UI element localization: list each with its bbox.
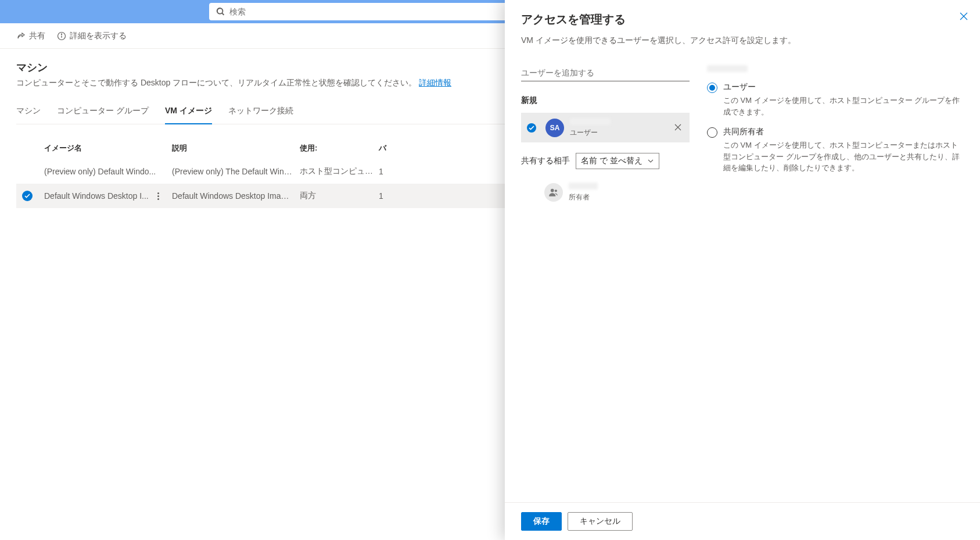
details-action[interactable]: 詳細を表示する <box>57 31 127 41</box>
chevron-down-icon <box>647 158 654 164</box>
row-name: (Preview only) Default Windo... <box>44 167 172 176</box>
row-desc: (Preview only) The Default Windows Desk.… <box>172 167 300 176</box>
owner-name-redacted <box>569 183 598 189</box>
panel-right: ユーザー この VM イメージを使用して、ホスト型コンピューター グループを作成… <box>707 65 964 220</box>
row-use: ホスト型コンピュータ... <box>300 166 379 177</box>
close-icon <box>959 12 968 21</box>
row-extra: 1 <box>379 167 402 176</box>
check-icon[interactable] <box>22 191 33 201</box>
radio-coowner-desc: この VM イメージを使用して、ホスト型コンピューターまたはホスト型コンピュータ… <box>723 140 964 174</box>
tab-groups[interactable]: コンピューター グループ <box>57 101 149 124</box>
col-desc-header[interactable]: 説明 <box>172 143 300 153</box>
tab-machine[interactable]: マシン <box>16 101 41 124</box>
radio-button[interactable] <box>707 127 717 138</box>
people-icon <box>548 187 559 198</box>
radio-coowner[interactable]: 共同所有者 この VM イメージを使用して、ホスト型コンピューターまたはホスト型… <box>707 127 964 174</box>
col-use-header[interactable]: 使用: <box>300 143 379 153</box>
avatar <box>544 183 563 202</box>
owner-item[interactable]: 所有者 <box>521 180 690 205</box>
radio-user[interactable]: ユーザー この VM イメージを使用して、ホスト型コンピューター グループを作成… <box>707 82 964 117</box>
new-section-label: 新規 <box>521 95 690 106</box>
search-icon <box>216 7 225 16</box>
page-desc-text: コンピューターとそこで動作する Desktop フローについて、リアルタイム正常… <box>16 78 417 87</box>
remove-user-button[interactable] <box>672 121 684 135</box>
row-use: 両方 <box>300 191 379 201</box>
panel-subtitle: VM イメージを使用できるユーザーを選択し、アクセス許可を設定します。 <box>521 35 964 46</box>
close-button[interactable] <box>959 12 968 23</box>
panel-body: 新規 SA ユーザー 共有する相手 名前 で 並べ替え <box>505 53 980 220</box>
radio-coowner-label: 共同所有者 <box>723 127 964 137</box>
close-icon <box>674 124 681 131</box>
share-row: 共有する相手 名前 で 並べ替え <box>521 153 690 169</box>
learn-more-link[interactable]: 詳細情報 <box>419 78 451 87</box>
tab-network[interactable]: ネットワーク接続 <box>228 101 293 124</box>
user-info: ユーザー <box>570 117 672 138</box>
user-name-redacted <box>570 118 611 125</box>
radio-user-label: ユーザー <box>723 82 964 92</box>
svg-point-7 <box>551 188 554 192</box>
share-icon <box>16 31 26 41</box>
user-info: 所有者 <box>569 182 690 202</box>
panel-title: アクセスを管理する <box>521 12 964 27</box>
col-extra-header[interactable]: バ <box>379 143 402 153</box>
svg-point-2 <box>61 34 62 34</box>
radio-button[interactable] <box>707 83 717 93</box>
details-label: 詳細を表示する <box>70 31 127 41</box>
panel-left: 新規 SA ユーザー 共有する相手 名前 で 並べ替え <box>521 65 690 220</box>
sort-select[interactable]: 名前 で 並べ替え <box>576 153 659 169</box>
svg-point-8 <box>555 189 557 192</box>
new-user-item[interactable]: SA ユーザー <box>521 113 690 142</box>
manage-access-panel: アクセスを管理する VM イメージを使用できるユーザーを選択し、アクセス許可を設… <box>505 0 980 220</box>
radio-user-desc: この VM イメージを使用して、ホスト型コンピューター グループを作成できます。 <box>723 95 964 117</box>
perm-user-redacted <box>707 65 748 72</box>
info-icon <box>57 31 66 41</box>
share-label: 共有する相手 <box>521 156 570 166</box>
row-extra: 1 <box>379 191 402 201</box>
user-role: ユーザー <box>570 128 672 138</box>
share-action[interactable]: 共有 <box>16 31 45 41</box>
row-desc: Default Windows Desktop Image for use i.… <box>172 191 300 201</box>
panel-header: アクセスを管理する VM イメージを使用できるユーザーを選択し、アクセス許可を設… <box>505 0 980 53</box>
perm-title <box>707 65 964 74</box>
check-icon <box>527 123 536 133</box>
avatar: SA <box>545 119 564 137</box>
tab-vmimage[interactable]: VM イメージ <box>165 101 212 124</box>
share-label: 共有 <box>29 31 45 41</box>
row-name: Default Windows Desktop I... <box>44 191 151 201</box>
search-input[interactable] <box>229 7 539 16</box>
add-user-input[interactable] <box>521 65 690 81</box>
col-name-header[interactable]: イメージ名 <box>44 143 172 153</box>
search-box[interactable] <box>209 3 546 20</box>
more-icon[interactable] <box>151 192 165 200</box>
sort-label: 名前 で 並べ替え <box>581 156 642 166</box>
owner-role: 所有者 <box>569 192 690 202</box>
